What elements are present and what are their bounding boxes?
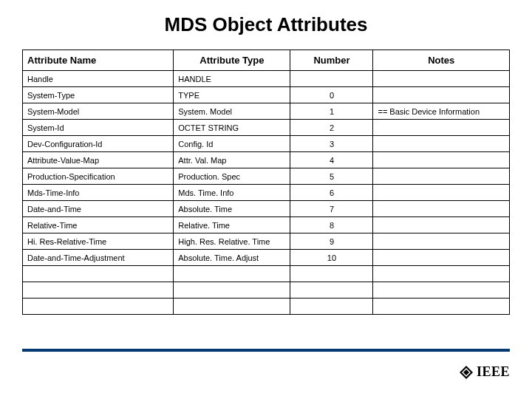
cell-name: Relative-Time (23, 217, 174, 233)
cell-notes (373, 250, 510, 266)
cell-notes (373, 152, 510, 168)
cell-number (290, 71, 373, 87)
table-row: Production-SpecificationProduction. Spec… (23, 168, 510, 185)
cell-number: 6 (290, 185, 373, 201)
table-row: Date-and-TimeAbsolute. Time7 (23, 201, 510, 217)
cell-number: 10 (290, 250, 373, 266)
attributes-table: Attribute Name Attribute Type Number Not… (22, 50, 510, 315)
cell-notes (373, 233, 510, 250)
cell-notes (373, 201, 510, 217)
cell-notes (373, 185, 510, 201)
col-header-number: Number (290, 50, 373, 71)
cell-name: Date-and-Time-Adjustment (23, 250, 174, 266)
cell-number: 9 (290, 233, 373, 250)
col-header-notes: Notes (373, 50, 510, 71)
table-row: HandleHANDLE (23, 71, 510, 87)
cell-type: OCTET STRING (174, 120, 290, 136)
table-row (23, 299, 510, 315)
cell-notes (373, 299, 510, 315)
cell-notes (373, 266, 510, 282)
col-header-type: Attribute Type (174, 50, 290, 71)
cell-notes (373, 168, 510, 185)
cell-name (23, 299, 174, 315)
cell-notes (373, 282, 510, 299)
footer: IEEE (22, 349, 510, 378)
cell-type: HANDLE (174, 71, 290, 87)
slide: MDS Object Attributes Attribute Name Att… (0, 0, 532, 399)
col-header-name: Attribute Name (23, 50, 174, 71)
cell-name: System-Model (23, 103, 174, 120)
cell-name: Date-and-Time (23, 201, 174, 217)
cell-type: Attr. Val. Map (174, 152, 290, 168)
cell-notes (373, 217, 510, 233)
cell-number: 8 (290, 217, 373, 233)
table-row: System-ModelSystem. Model1== Basic Devic… (23, 103, 510, 120)
cell-notes (373, 87, 510, 103)
cell-number (290, 299, 373, 315)
cell-name: Dev-Configuration-Id (23, 136, 174, 152)
cell-name: Production-Specification (23, 168, 174, 185)
cell-type: Relative. Time (174, 217, 290, 233)
cell-name: Hi. Res-Relative-Time (23, 233, 174, 250)
cell-type: Config. Id (174, 136, 290, 152)
cell-number: 2 (290, 120, 373, 136)
cell-notes: == Basic Device Information (373, 103, 510, 120)
footer-rule (22, 349, 510, 352)
page-title: MDS Object Attributes (22, 13, 510, 36)
table-row (23, 266, 510, 282)
cell-number: 1 (290, 103, 373, 120)
cell-type: High. Res. Relative. Time (174, 233, 290, 250)
cell-type: Absolute. Time (174, 201, 290, 217)
table-row: System-IdOCTET STRING2 (23, 120, 510, 136)
table-row: Relative-TimeRelative. Time8 (23, 217, 510, 233)
table-header-row: Attribute Name Attribute Type Number Not… (23, 50, 510, 71)
cell-type: Absolute. Time. Adjust (174, 250, 290, 266)
cell-type (174, 299, 290, 315)
cell-name: System-Type (23, 87, 174, 103)
cell-type: System. Model (174, 103, 290, 120)
table-row: Attribute-Value-MapAttr. Val. Map4 (23, 152, 510, 168)
cell-number: 3 (290, 136, 373, 152)
cell-name: System-Id (23, 120, 174, 136)
cell-name (23, 282, 174, 299)
table-row: Hi. Res-Relative-TimeHigh. Res. Relative… (23, 233, 510, 250)
table-row (23, 282, 510, 299)
cell-name: Attribute-Value-Map (23, 152, 174, 168)
cell-type (174, 266, 290, 282)
table-row: System-TypeTYPE0 (23, 87, 510, 103)
cell-name (23, 266, 174, 282)
cell-notes (373, 136, 510, 152)
table-row: Dev-Configuration-IdConfig. Id3 (23, 136, 510, 152)
ieee-logo-text: IEEE (477, 364, 510, 380)
cell-type: TYPE (174, 87, 290, 103)
cell-name: Mds-Time-Info (23, 185, 174, 201)
cell-type (174, 282, 290, 299)
table-row: Date-and-Time-AdjustmentAbsolute. Time. … (23, 250, 510, 266)
cell-type: Mds. Time. Info (174, 185, 290, 201)
cell-notes (373, 71, 510, 87)
cell-notes (373, 120, 510, 136)
table-row: Mds-Time-InfoMds. Time. Info6 (23, 185, 510, 201)
cell-name: Handle (23, 71, 174, 87)
cell-number: 0 (290, 87, 373, 103)
cell-type: Production. Spec (174, 168, 290, 185)
cell-number: 5 (290, 168, 373, 185)
cell-number: 7 (290, 201, 373, 217)
cell-number (290, 266, 373, 282)
cell-number: 4 (290, 152, 373, 168)
cell-number (290, 282, 373, 299)
ieee-diamond-icon (459, 365, 474, 380)
ieee-logo: IEEE (459, 364, 510, 380)
